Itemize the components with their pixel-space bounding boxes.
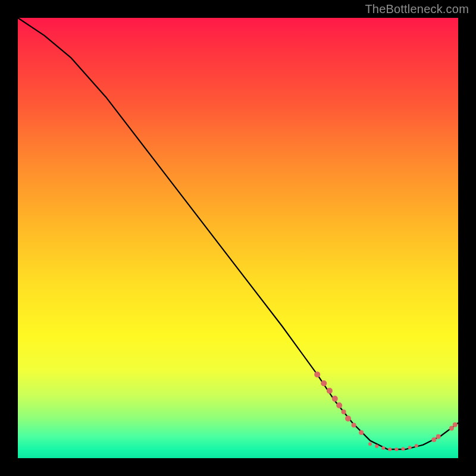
- data-point-marker: [394, 447, 398, 451]
- data-point-marker: [402, 447, 405, 451]
- data-point-marker: [449, 426, 454, 431]
- data-point-marker: [321, 380, 327, 386]
- data-point-marker: [336, 402, 342, 408]
- data-point-marker: [368, 442, 372, 446]
- data-point-marker: [453, 422, 458, 427]
- data-point-marker: [381, 446, 385, 450]
- data-point-marker: [345, 415, 351, 421]
- data-point-marker: [431, 437, 436, 442]
- chart-svg: [18, 18, 458, 458]
- data-point-marker: [352, 423, 356, 428]
- data-point-marker: [359, 430, 364, 435]
- data-point-marker: [388, 447, 392, 451]
- attribution-label: TheBottleneck.com: [365, 2, 469, 16]
- data-point-marker: [436, 434, 441, 439]
- chart-container: TheBottleneck.com: [0, 0, 476, 476]
- data-point-marker: [408, 446, 412, 449]
- data-point-marker: [375, 444, 378, 448]
- markers-group: [314, 371, 458, 451]
- data-point-marker: [332, 396, 338, 402]
- plot-area: [18, 18, 458, 458]
- data-point-marker: [314, 371, 320, 377]
- data-point-marker: [415, 444, 418, 447]
- bottleneck-curve: [18, 18, 458, 449]
- data-point-marker: [342, 409, 346, 414]
- data-point-marker: [327, 388, 333, 394]
